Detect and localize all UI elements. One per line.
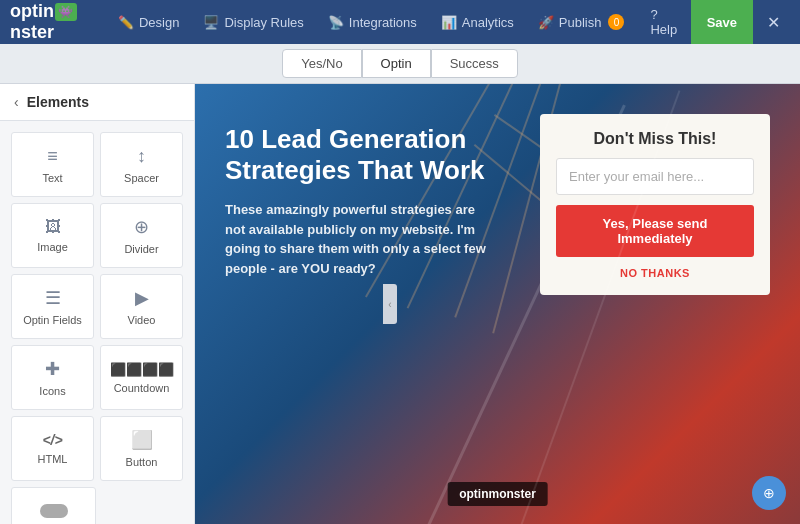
spacer-element-icon: ↕ (137, 146, 146, 167)
divider-element-icon: ⊕ (134, 216, 149, 238)
publish-icon: 🚀 (538, 15, 554, 30)
elements-sidebar: ‹ Elements ≡ Text ↕ Spacer 🖼 Image ⊕ (0, 84, 195, 524)
video-element-label: Video (128, 314, 156, 326)
yes-no-element-icon (40, 504, 68, 518)
nav-analytics[interactable]: 📊 Analytics (431, 0, 524, 44)
nav-display-rules[interactable]: 🖥️ Display Rules (193, 0, 313, 44)
html-element-icon: </> (42, 432, 62, 448)
canvas-text-content: 10 Lead Generation Strategies That Work … (225, 124, 495, 278)
close-button[interactable]: ✕ (757, 0, 790, 44)
element-divider[interactable]: ⊕ Divider (100, 203, 183, 268)
divider-element-label: Divider (124, 243, 158, 255)
button-element-icon: ⬜ (131, 429, 153, 451)
optin-email-placeholder[interactable]: Enter your email here... (556, 158, 754, 195)
close-icon: ✕ (767, 13, 780, 32)
tab-optin-label: Optin (381, 56, 412, 71)
publish-badge: 0 (608, 14, 624, 30)
countdown-element-label: Countdown (114, 382, 170, 394)
element-countdown[interactable]: ⬛⬛⬛⬛ Countdown (100, 345, 183, 410)
text-element-icon: ≡ (47, 146, 58, 167)
element-spacer[interactable]: ↕ Spacer (100, 132, 183, 197)
tab-optin[interactable]: Optin (362, 49, 431, 78)
element-text[interactable]: ≡ Text (11, 132, 94, 197)
save-button[interactable]: Save (691, 0, 753, 44)
logo-monster-icon (55, 3, 77, 21)
nav-integrations-label: Integrations (349, 15, 417, 30)
nav-integrations[interactable]: 📡 Integrations (318, 0, 427, 44)
element-icons[interactable]: ✚ Icons (11, 345, 94, 410)
optin-fields-element-label: Optin Fields (23, 314, 82, 326)
tab-yes-no[interactable]: Yes/No (282, 49, 361, 78)
main-content: ‹ Elements ≡ Text ↕ Spacer 🖼 Image ⊕ (0, 84, 800, 524)
sidebar-collapse-handle[interactable]: ‹ (383, 284, 397, 324)
canvas-headline: 10 Lead Generation Strategies That Work (225, 124, 495, 186)
optin-submit-button[interactable]: Yes, Please send Immediately (556, 205, 754, 257)
sidebar-back-button[interactable]: ‹ (14, 94, 19, 110)
element-button[interactable]: ⬜ Button (100, 416, 183, 481)
canvas-help-button[interactable]: ⊕ (752, 476, 786, 510)
logo-text: optinnster (10, 1, 94, 43)
nav-analytics-label: Analytics (462, 15, 514, 30)
icons-element-icon: ✚ (45, 358, 60, 380)
help-label: ? Help (650, 7, 678, 37)
html-element-label: HTML (38, 453, 68, 465)
optin-fields-element-icon: ☰ (45, 287, 61, 309)
element-video[interactable]: ▶ Video (100, 274, 183, 339)
tab-success-label: Success (450, 56, 499, 71)
nav-help[interactable]: ? Help (642, 0, 686, 44)
canvas-background: 10 Lead Generation Strategies That Work … (195, 84, 800, 524)
text-element-label: Text (42, 172, 62, 184)
icons-element-label: Icons (39, 385, 65, 397)
element-optin-fields[interactable]: ☰ Optin Fields (11, 274, 94, 339)
integrations-icon: 📡 (328, 15, 344, 30)
help-circle-icon: ⊕ (763, 485, 775, 501)
nav-display-rules-label: Display Rules (224, 15, 303, 30)
logo: optinnster (10, 1, 94, 43)
nav-design-label: Design (139, 15, 179, 30)
save-label: Save (707, 15, 737, 30)
video-element-icon: ▶ (135, 287, 149, 309)
optin-title: Don't Miss This! (556, 130, 754, 148)
optin-box: Don't Miss This! Enter your email here..… (540, 114, 770, 295)
sub-tabs-bar: Yes/No Optin Success (0, 44, 800, 84)
spacer-element-label: Spacer (124, 172, 159, 184)
tab-success[interactable]: Success (431, 49, 518, 78)
canvas-logo-badge: optinmonster (447, 482, 548, 506)
nav-design[interactable]: ✏️ Design (108, 0, 189, 44)
element-image[interactable]: 🖼 Image (11, 203, 94, 268)
top-navigation: optinnster ✏️ Design 🖥️ Display Rules 📡 … (0, 0, 800, 44)
nav-publish-label: Publish (559, 15, 602, 30)
sidebar-header: ‹ Elements (0, 84, 194, 121)
canvas-subtext: These amazingly powerful strategies are … (225, 200, 495, 278)
optin-decline-button[interactable]: NO THANKS (556, 267, 754, 279)
elements-grid: ≡ Text ↕ Spacer 🖼 Image ⊕ Divider ☰ (0, 121, 194, 524)
sidebar-title: Elements (27, 94, 89, 110)
nav-publish[interactable]: 🚀 Publish 0 (528, 0, 635, 44)
canvas-area: 10 Lead Generation Strategies That Work … (195, 84, 800, 524)
image-element-label: Image (37, 241, 68, 253)
tab-yes-no-label: Yes/No (301, 56, 342, 71)
analytics-icon: 📊 (441, 15, 457, 30)
element-yes-no[interactable]: Yes/No (11, 487, 96, 524)
image-element-icon: 🖼 (45, 218, 61, 236)
display-rules-icon: 🖥️ (203, 15, 219, 30)
countdown-element-icon: ⬛⬛⬛⬛ (110, 362, 174, 377)
button-element-label: Button (126, 456, 158, 468)
element-html[interactable]: </> HTML (11, 416, 94, 481)
design-icon: ✏️ (118, 15, 134, 30)
